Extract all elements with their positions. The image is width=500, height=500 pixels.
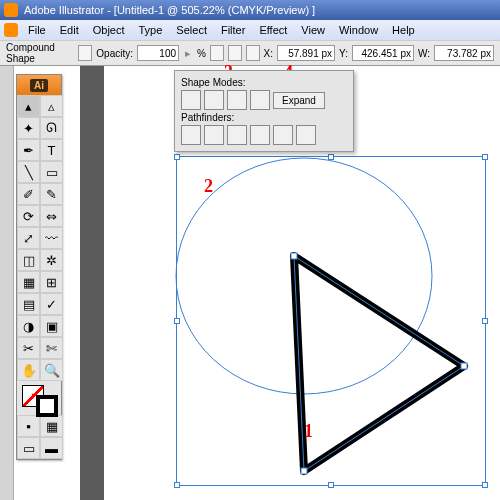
magic-wand-tool[interactable]: ✦ bbox=[17, 117, 40, 139]
opacity-input[interactable] bbox=[137, 45, 179, 61]
selection-tool[interactable]: ▴ bbox=[17, 95, 40, 117]
crop-button[interactable] bbox=[250, 125, 270, 145]
merge-button[interactable] bbox=[227, 125, 247, 145]
svg-line-0 bbox=[294, 256, 464, 366]
zoom-tool[interactable]: 🔍 bbox=[40, 359, 63, 381]
live-paint-tool[interactable]: ▣ bbox=[40, 315, 63, 337]
tool-panel-header[interactable]: Ai bbox=[17, 75, 61, 95]
w-label: W: bbox=[418, 48, 430, 59]
expand-button[interactable]: Expand bbox=[273, 92, 325, 109]
circle-shape bbox=[176, 158, 432, 394]
gradient-mode-icon[interactable]: ▦ bbox=[40, 415, 63, 437]
svg-rect-4 bbox=[461, 363, 467, 369]
x-input[interactable] bbox=[277, 45, 335, 61]
menu-effect[interactable]: Effect bbox=[253, 22, 293, 38]
ai-badge: Ai bbox=[30, 79, 48, 92]
stroke-swatch[interactable] bbox=[36, 395, 58, 417]
pen-tool[interactable]: ✒ bbox=[17, 139, 40, 161]
color-swatch[interactable] bbox=[17, 381, 61, 415]
menu-object[interactable]: Object bbox=[87, 22, 131, 38]
lasso-tool[interactable]: ᘏ bbox=[40, 117, 63, 139]
menu-file[interactable]: File bbox=[22, 22, 52, 38]
menu-help[interactable]: Help bbox=[386, 22, 421, 38]
opacity-unit: % bbox=[197, 48, 206, 59]
scissors-tool[interactable]: ✄ bbox=[40, 337, 63, 359]
intersect-button[interactable] bbox=[227, 90, 247, 110]
symbol-sprayer-tool[interactable]: ✲ bbox=[40, 249, 63, 271]
trim-button[interactable] bbox=[204, 125, 224, 145]
svg-rect-5 bbox=[301, 468, 307, 474]
triangle-shape bbox=[294, 256, 464, 471]
annotation-1: 1 bbox=[304, 421, 313, 442]
y-input[interactable] bbox=[352, 45, 414, 61]
paintbrush-tool[interactable]: ✐ bbox=[17, 183, 40, 205]
w-input[interactable] bbox=[434, 45, 494, 61]
app-menu-icon[interactable] bbox=[4, 23, 18, 37]
unite-button[interactable] bbox=[181, 90, 201, 110]
graph-tool[interactable]: ▦ bbox=[17, 271, 40, 293]
svg-line-1 bbox=[304, 366, 464, 471]
menu-bar: File Edit Object Type Select Filter Effe… bbox=[0, 20, 500, 40]
hand-tool[interactable]: ✋ bbox=[17, 359, 40, 381]
workspace: Ai ▴ ▵ ✦ ᘏ ✒ T ╲ ▭ ✐ ✎ ⟳ ⇔ ⤢ 〰 ◫ ✲ ▦ ⊞ ▤… bbox=[0, 66, 500, 500]
artboard[interactable]: Shape Modes: Expand Pathfinders: bbox=[104, 66, 500, 500]
svg-rect-3 bbox=[291, 253, 297, 259]
tool-panel: Ai ▴ ▵ ✦ ᘏ ✒ T ╲ ▭ ✐ ✎ ⟳ ⇔ ⤢ 〰 ◫ ✲ ▦ ⊞ ▤… bbox=[16, 74, 62, 460]
rotate-tool[interactable]: ⟳ bbox=[17, 205, 40, 227]
outline-button[interactable] bbox=[273, 125, 293, 145]
line-tool[interactable]: ╲ bbox=[17, 161, 40, 183]
title-bar: Adobe Illustrator - [Untitled-1 @ 505.22… bbox=[0, 0, 500, 20]
rectangle-tool[interactable]: ▭ bbox=[40, 161, 63, 183]
reflect-tool[interactable]: ⇔ bbox=[40, 205, 63, 227]
app-icon bbox=[4, 3, 18, 17]
menu-window[interactable]: Window bbox=[333, 22, 384, 38]
y-label: Y: bbox=[339, 48, 348, 59]
type-tool[interactable]: T bbox=[40, 139, 63, 161]
shape-type-label: Compound Shape bbox=[6, 42, 74, 64]
slice-tool[interactable]: ✂ bbox=[17, 337, 40, 359]
annotation-2: 2 bbox=[204, 176, 213, 197]
mesh-tool[interactable]: ⊞ bbox=[40, 271, 63, 293]
pencil-tool[interactable]: ✎ bbox=[40, 183, 63, 205]
options-bar: Compound Shape Opacity: ▸ % X: Y: W: bbox=[0, 40, 500, 66]
align-icon[interactable] bbox=[228, 45, 242, 61]
direct-selection-tool[interactable]: ▵ bbox=[40, 95, 63, 117]
style-icon[interactable] bbox=[210, 45, 224, 61]
menu-view[interactable]: View bbox=[295, 22, 331, 38]
screen-mode2-icon[interactable]: ▬ bbox=[40, 437, 63, 459]
pasteboard-edge bbox=[80, 66, 104, 500]
blend-tool[interactable]: ◑ bbox=[17, 315, 40, 337]
color-mode-icon[interactable]: ▪ bbox=[17, 415, 40, 437]
opacity-label: Opacity: bbox=[96, 48, 133, 59]
x-label: X: bbox=[264, 48, 273, 59]
exclude-button[interactable] bbox=[250, 90, 270, 110]
minus-front-button[interactable] bbox=[204, 90, 224, 110]
brush-icon[interactable] bbox=[78, 45, 92, 61]
minus-back-button[interactable] bbox=[296, 125, 316, 145]
opacity-dropdown-icon[interactable]: ▸ bbox=[185, 47, 191, 60]
scale-tool[interactable]: ⤢ bbox=[17, 227, 40, 249]
screen-mode-icon[interactable]: ▭ bbox=[17, 437, 40, 459]
gradient-tool[interactable]: ▤ bbox=[17, 293, 40, 315]
divide-button[interactable] bbox=[181, 125, 201, 145]
menu-type[interactable]: Type bbox=[133, 22, 169, 38]
canvas[interactable]: Shape Modes: Expand Pathfinders: bbox=[14, 66, 500, 500]
transform-icon[interactable] bbox=[246, 45, 260, 61]
menu-select[interactable]: Select bbox=[170, 22, 213, 38]
free-transform-tool[interactable]: ◫ bbox=[17, 249, 40, 271]
warp-tool[interactable]: 〰 bbox=[40, 227, 63, 249]
eyedropper-tool[interactable]: ✓ bbox=[40, 293, 63, 315]
shape-modes-label: Shape Modes: bbox=[181, 77, 347, 88]
left-gutter bbox=[0, 66, 14, 500]
pathfinders-label: Pathfinders: bbox=[181, 112, 347, 123]
menu-edit[interactable]: Edit bbox=[54, 22, 85, 38]
pathfinder-panel[interactable]: Shape Modes: Expand Pathfinders: bbox=[174, 70, 354, 152]
menu-filter[interactable]: Filter bbox=[215, 22, 251, 38]
window-title: Adobe Illustrator - [Untitled-1 @ 505.22… bbox=[24, 4, 315, 16]
